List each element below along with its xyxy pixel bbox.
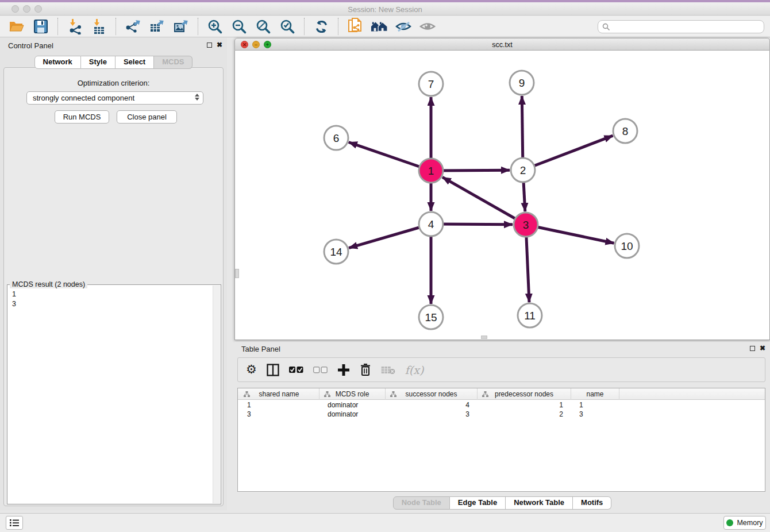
graph-edge-3-10[interactable] [526, 225, 614, 243]
tab-motifs[interactable]: Motifs [573, 496, 611, 510]
export-image-icon[interactable] [172, 18, 190, 34]
function-builder-icon: f(x) [405, 362, 424, 378]
control-panel-tabs: NetworkStyleSelectMCDS [0, 56, 227, 69]
network-window-titlebar[interactable]: ✕ − + scc.txt [234, 38, 770, 51]
svg-text:9: 9 [519, 77, 525, 89]
tab-node-table[interactable]: Node Table [393, 496, 450, 510]
graph-node-2[interactable]: 2 [511, 158, 535, 182]
graph-node-1[interactable]: 1 [419, 159, 443, 183]
network-view-window: ✕ − + scc.txt 7968124314101511 [234, 38, 770, 340]
zoom-out-icon[interactable] [230, 18, 248, 34]
select-all-checkboxes-icon[interactable] [289, 362, 303, 378]
svg-text:11: 11 [524, 310, 536, 322]
delete-column-icon[interactable] [360, 362, 371, 378]
column-header-MCDS-role[interactable]: MCDS role [319, 388, 386, 400]
column-header-predecessor-nodes[interactable]: predecessor nodes [478, 388, 571, 400]
toolbar-separator [116, 18, 116, 35]
graph-edge-2-8[interactable] [523, 136, 613, 170]
table-cell: dominator [319, 410, 386, 418]
tab-mcds[interactable]: MCDS [154, 56, 192, 69]
graph-node-11[interactable]: 11 [518, 303, 542, 327]
horizontal-scroll-thumb[interactable] [481, 336, 487, 339]
table-cell: dominator [319, 401, 386, 409]
deselect-all-checkboxes-icon[interactable] [313, 362, 328, 378]
table-row[interactable]: 1dominator411 [238, 401, 765, 410]
network-window-title: scc.txt [235, 41, 769, 49]
graph-node-8[interactable]: 8 [613, 119, 637, 143]
table-cell: 2 [478, 410, 571, 418]
svg-text:10: 10 [621, 240, 633, 252]
table-cell: 3 [239, 410, 319, 418]
criterion-value: strongly connected component [33, 94, 134, 102]
tab-select[interactable]: Select [116, 56, 154, 69]
zoom-fit-icon[interactable] [255, 18, 272, 34]
status-bar: Memory [0, 513, 770, 532]
table-cell: 3 [571, 410, 619, 418]
export-network-icon[interactable] [124, 18, 141, 34]
app-titlebar: Session: New Session [0, 2, 770, 16]
table-tabs: Node TableEdge TableNetwork TableMotifs [234, 496, 770, 510]
import-network-icon[interactable] [66, 18, 83, 34]
svg-text:7: 7 [428, 78, 434, 90]
zoom-selected-icon[interactable] [279, 18, 296, 34]
delete-table-icon [381, 362, 395, 378]
column-header-name[interactable]: name [571, 388, 619, 400]
graph-edge-3-1[interactable] [442, 177, 526, 225]
graph-node-14[interactable]: 14 [324, 240, 348, 264]
memory-button[interactable]: Memory [723, 516, 766, 530]
tab-network-table[interactable]: Network Table [506, 496, 573, 510]
export-table-icon[interactable] [148, 18, 165, 34]
toolbar-separator [57, 18, 58, 35]
float-panel-icon[interactable] [207, 43, 212, 48]
search-field[interactable] [598, 20, 764, 33]
svg-text:4: 4 [428, 218, 434, 230]
table-cell: 4 [386, 401, 478, 409]
graph-edge-1-6[interactable] [349, 142, 431, 171]
network-canvas[interactable]: 7968124314101511 [234, 51, 770, 340]
search-input[interactable] [613, 22, 764, 32]
column-layout-icon[interactable] [267, 362, 279, 378]
settings-gear-icon[interactable]: ⚙ [246, 362, 257, 378]
select-arrows-icon [195, 94, 199, 101]
graph-node-7[interactable]: 7 [419, 72, 443, 96]
duplicate-network-icon[interactable] [346, 18, 364, 34]
tab-edge-table[interactable]: Edge Table [450, 496, 506, 510]
tab-network[interactable]: Network [34, 56, 81, 69]
refresh-icon[interactable] [313, 18, 330, 34]
graph-node-10[interactable]: 10 [615, 234, 639, 258]
close-panel-button[interactable]: Close panel [117, 110, 177, 124]
search-icon [602, 23, 610, 31]
column-header-shared-name[interactable]: shared name [239, 388, 319, 400]
tab-style[interactable]: Style [81, 56, 116, 69]
home-icon[interactable] [371, 18, 388, 34]
open-session-icon[interactable] [8, 18, 25, 34]
run-mcds-button[interactable]: Run MCDS [55, 110, 109, 124]
vertical-scroll-thumb[interactable] [235, 269, 239, 278]
float-table-panel-icon[interactable] [750, 346, 755, 351]
column-header-successor-nodes[interactable]: successor nodes [386, 388, 478, 400]
close-table-panel-icon[interactable]: ✖ [760, 345, 765, 352]
toolbar-separator [198, 18, 198, 35]
criterion-select[interactable]: strongly connected component [26, 91, 203, 105]
show-eye-icon[interactable] [419, 18, 436, 34]
svg-text:1: 1 [428, 165, 434, 177]
graph-node-15[interactable]: 15 [419, 305, 443, 329]
graph-node-3[interactable]: 3 [514, 213, 538, 237]
add-column-icon[interactable] [337, 362, 350, 378]
mcds-result-values: 1 3 [12, 290, 16, 309]
mcds-result-box: MCDS result (2 nodes) 1 3 [7, 284, 221, 504]
result-scrollbar[interactable] [213, 286, 220, 503]
graph-node-4[interactable]: 4 [419, 212, 443, 236]
graph-node-6[interactable]: 6 [324, 126, 348, 150]
graph-node-9[interactable]: 9 [510, 71, 534, 95]
list-icon [10, 519, 19, 527]
zoom-in-icon[interactable] [206, 18, 224, 34]
task-history-button[interactable] [6, 516, 23, 530]
save-session-icon[interactable] [32, 18, 49, 34]
hide-eye-icon[interactable] [395, 18, 412, 34]
memory-status-icon [726, 519, 733, 526]
close-panel-icon[interactable]: ✖ [217, 41, 222, 48]
import-table-icon[interactable] [90, 18, 107, 34]
table-toolbar: ⚙ f(x) [237, 357, 765, 382]
table-row[interactable]: 3dominator323 [238, 410, 765, 419]
